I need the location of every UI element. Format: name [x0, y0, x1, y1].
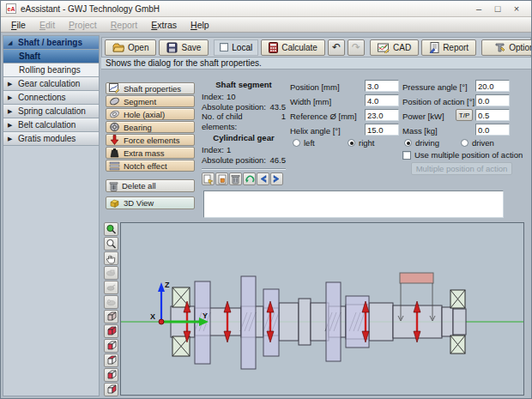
save-button[interactable]: Save [159, 39, 209, 56]
power-input[interactable] [475, 109, 510, 121]
driving-radio[interactable]: driving [404, 138, 439, 148]
pressure-angle-label: Pressure angle [°] [402, 82, 468, 92]
local-checkbox-group[interactable]: Local [214, 39, 258, 56]
helix-angle-input[interactable] [365, 124, 399, 136]
view-toolbar [104, 222, 119, 396]
helix-right-radio[interactable]: right [348, 138, 374, 148]
view-tool-view-top[interactable] [104, 354, 118, 367]
extra-mass-button[interactable]: Extra mass [106, 147, 195, 159]
use-multiple-position-checkbox[interactable]: Use multiple position of action [402, 150, 523, 160]
view-tool-view-left[interactable] [104, 368, 118, 382]
view-tool-zoom-out[interactable] [104, 237, 118, 251]
svg-text:X: X [150, 312, 155, 321]
bearing-button[interactable]: Bearing [106, 121, 195, 133]
save-disk-icon [166, 42, 178, 53]
status-text: Shows the dialog for the shaft propertie… [101, 57, 531, 70]
pressure-angle-input[interactable] [475, 80, 510, 92]
cad-chart-icon [378, 42, 390, 53]
reference-diameter-input[interactable] [365, 109, 399, 121]
title-bar: eA eAssistant - GWJ Technology GmbH – □ … [1, 1, 531, 17]
sidebar-group-shaft-bearings[interactable]: ◢ Shaft / bearings [3, 36, 99, 50]
position-of-action-input[interactable] [475, 94, 510, 106]
sidebar-group-belt-calculation[interactable]: ▶ Belt calculation [3, 118, 99, 132]
delete-element-button[interactable] [229, 172, 242, 185]
torque-power-toggle-button[interactable]: T/P [456, 109, 473, 121]
svg-text:Z: Z [165, 281, 170, 289]
collapsed-triangle-icon: ▶ [8, 108, 15, 115]
sidebar-group-connections[interactable]: ▶ Connections [3, 91, 99, 105]
next-element-button[interactable] [270, 172, 283, 185]
hole-axial-icon [109, 109, 120, 119]
minimize-button[interactable]: – [469, 2, 488, 15]
3d-view-button[interactable]: 3D View [106, 196, 195, 209]
divider [202, 168, 286, 170]
collapsed-triangle-icon: ▶ [8, 81, 15, 88]
width-label: Width [mm] [290, 97, 331, 106]
menu-bar: File Edit Project Report Extras Help [1, 17, 531, 33]
extra-mass-weight-icon [109, 148, 120, 158]
info-row: Index:10 [202, 92, 286, 102]
calculator-icon [269, 42, 278, 53]
sidebar-group-gratis-modules[interactable]: ▶ Gratis modules [3, 132, 99, 146]
local-checkbox[interactable] [220, 43, 228, 51]
undo-button[interactable]: ↶ [328, 39, 345, 56]
undo-green-icon [245, 174, 255, 184]
helix-angle-label: Helix angle [°] [290, 126, 341, 136]
view-tool-view-iso[interactable] [104, 310, 118, 323]
insert-page-icon [217, 174, 227, 184]
menu-edit: Edit [33, 19, 62, 31]
calculate-button[interactable]: Calculate [261, 39, 325, 56]
menu-project: Project [62, 19, 104, 31]
undo-icon: ↶ [332, 42, 341, 52]
shaft-properties-button[interactable]: Shaft properties [106, 82, 195, 94]
svg-text:Y: Y [203, 311, 208, 320]
mass-input[interactable] [475, 124, 510, 136]
collapsed-triangle-icon: ▶ [8, 136, 15, 142]
open-button[interactable]: Open [105, 39, 156, 56]
notch-effect-icon [109, 160, 120, 171]
message-box[interactable] [203, 190, 504, 218]
sidebar-item-shaft[interactable]: Shaft [3, 50, 99, 63]
info-row: Absolute position:46.5 [202, 155, 286, 166]
sidebar-group-gear-calculation[interactable]: ▶ Gear calculation [3, 77, 99, 91]
position-input[interactable] [365, 80, 399, 92]
options-button[interactable]: Options [481, 39, 532, 56]
insert-element-button[interactable] [215, 172, 228, 185]
copy-page-icon [203, 174, 214, 184]
view-tool-view-right[interactable] [104, 383, 118, 396]
bearing-icon [109, 122, 120, 132]
menu-report: Report [104, 19, 145, 31]
report-button[interactable]: Report [421, 39, 476, 56]
previous-element-button[interactable] [257, 172, 269, 185]
view-tool-zoom-in[interactable] [104, 222, 118, 236]
window-title: eAssistant - GWJ Technology GmbH [21, 4, 160, 14]
collapsed-triangle-icon: ▶ [8, 122, 15, 129]
collapsed-triangle-icon: ▶ [8, 94, 15, 101]
width-input[interactable] [365, 94, 399, 106]
helix-left-radio[interactable]: left [293, 138, 315, 148]
shaft-diagram-canvas[interactable]: ZYX [120, 222, 524, 396]
delete-all-button[interactable]: Delete all [106, 179, 195, 192]
maximize-button[interactable]: □ [488, 2, 507, 15]
segment-button[interactable]: Segment [106, 95, 195, 107]
hole-axial-button[interactable]: Hole (axial) [106, 108, 195, 120]
view-tool-view-all[interactable] [104, 324, 118, 338]
force-elements-button[interactable]: Force elements [106, 134, 195, 146]
reference-diameter-label: Reference Ø [mm] [290, 112, 357, 121]
menu-file[interactable]: File [4, 19, 33, 31]
close-button[interactable]: × [507, 2, 526, 15]
menu-help[interactable]: Help [184, 19, 216, 31]
notch-effect-button[interactable]: Notch effect [106, 160, 195, 172]
sidebar-group-spring-calculation[interactable]: ▶ Spring calculation [3, 105, 99, 118]
copy-element-button[interactable] [202, 172, 215, 185]
module-sidebar: ◢ Shaft / bearings Shaft Rolling bearing… [3, 35, 100, 396]
cad-button[interactable]: CAD [370, 39, 419, 56]
arrow-right-icon [272, 174, 281, 184]
menu-extras[interactable]: Extras [144, 19, 184, 31]
trash-icon [231, 174, 240, 184]
sidebar-item-rolling-bearings[interactable]: Rolling bearings [3, 63, 99, 77]
driven-radio[interactable]: driven [461, 138, 494, 148]
undo-element-button[interactable] [243, 172, 256, 185]
view-tool-view-front[interactable] [104, 339, 118, 353]
view-tool-pan[interactable] [104, 251, 118, 265]
